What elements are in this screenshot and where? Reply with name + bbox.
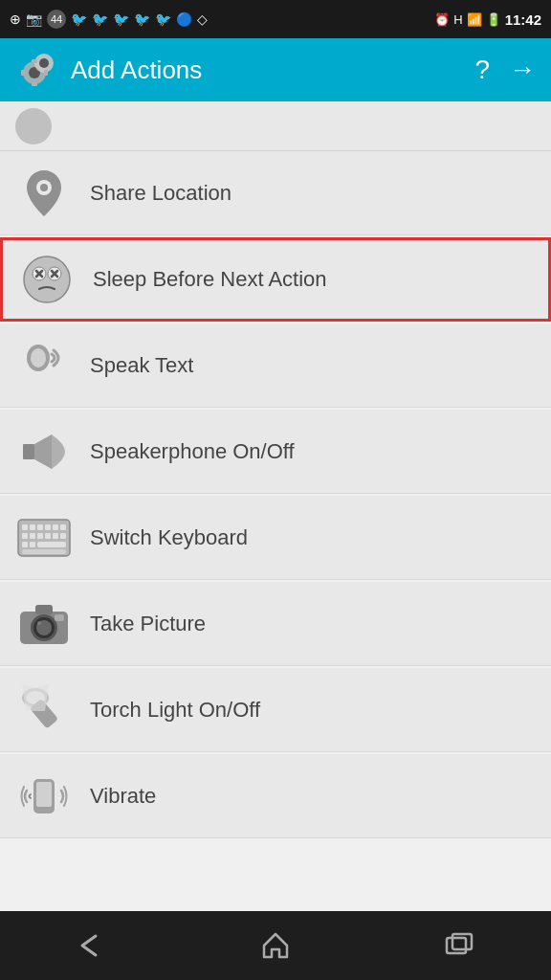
list-item[interactable]: Take Picture xyxy=(0,582,551,666)
svg-rect-6 xyxy=(21,70,25,76)
svg-rect-28 xyxy=(30,533,35,539)
list-item[interactable]: Vibrate xyxy=(0,754,551,838)
svg-point-3 xyxy=(39,58,49,68)
svg-rect-19 xyxy=(23,444,34,459)
sleep-before-next-action-label: Sleep Before Next Action xyxy=(93,267,327,292)
twitter-icon-5: 🐦 xyxy=(155,11,171,27)
list-item[interactable]: Switch Keyboard xyxy=(0,496,551,580)
svg-point-41 xyxy=(37,621,41,625)
twitter-icon-3: 🐦 xyxy=(113,11,129,27)
partial-circle-icon xyxy=(15,108,52,145)
svg-point-10 xyxy=(24,256,70,302)
speak-text-label: Speak Text xyxy=(90,353,193,378)
bluetooth-icon: 🔵 xyxy=(176,11,192,27)
speakerphone-label: Speakerphone On/Off xyxy=(90,439,295,464)
back-button[interactable] xyxy=(54,922,130,969)
app-title: Add Actions xyxy=(71,56,474,85)
share-location-icon xyxy=(15,165,73,222)
svg-rect-26 xyxy=(60,524,66,530)
app-logo xyxy=(15,48,59,92)
list-item[interactable]: Torch Light On/Off xyxy=(0,668,551,752)
svg-rect-31 xyxy=(53,533,58,539)
speakerphone-icon xyxy=(15,423,73,480)
list-item[interactable]: Speak Text xyxy=(0,323,551,408)
svg-rect-29 xyxy=(37,533,43,539)
signal-bars-icon: 📶 xyxy=(467,12,482,27)
recents-button[interactable] xyxy=(421,922,497,969)
take-picture-label: Take Picture xyxy=(90,612,206,636)
svg-rect-27 xyxy=(22,533,28,539)
share-location-label: Share Location xyxy=(90,181,231,206)
vibrate-icon xyxy=(15,768,73,825)
speak-text-icon xyxy=(15,337,73,394)
sleep-icon xyxy=(18,251,76,308)
navigation-bar xyxy=(0,911,551,980)
svg-rect-33 xyxy=(22,542,28,547)
actions-list: Share Location Sleep Before Next Action xyxy=(0,151,551,911)
svg-rect-23 xyxy=(37,524,43,530)
svg-rect-36 xyxy=(22,549,66,554)
signal-h-icon: H xyxy=(453,12,462,27)
torch-light-label: Torch Light On/Off xyxy=(90,698,260,723)
svg-rect-50 xyxy=(452,934,472,949)
list-item[interactable]: Speakerphone On/Off xyxy=(0,410,551,494)
svg-point-18 xyxy=(31,348,46,368)
status-left-icons: ⊕ 📷 44 🐦 🐦 🐦 🐦 🐦 🔵 ◇ xyxy=(10,10,208,29)
svg-point-9 xyxy=(40,184,48,191)
nfc-icon: ◇ xyxy=(197,11,208,27)
svg-rect-35 xyxy=(37,542,66,547)
app-bar-actions: ? → xyxy=(474,55,536,85)
svg-rect-22 xyxy=(30,524,35,530)
plus-icon: ⊕ xyxy=(10,11,21,27)
svg-rect-42 xyxy=(35,605,53,614)
svg-rect-4 xyxy=(32,59,37,63)
top-partial-item xyxy=(0,101,551,151)
svg-rect-49 xyxy=(447,938,466,953)
clock-icon: ⏰ xyxy=(434,12,450,27)
svg-rect-24 xyxy=(45,524,51,530)
svg-rect-32 xyxy=(60,533,66,539)
svg-rect-21 xyxy=(22,524,28,530)
twitter-icon-4: 🐦 xyxy=(134,11,150,27)
status-right-icons: ⏰ H 📶 🔋 11:42 xyxy=(434,11,541,28)
svg-rect-48 xyxy=(36,782,52,807)
app-bar: Add Actions ? → xyxy=(0,38,551,101)
twitter-icon-1: 🐦 xyxy=(71,11,87,27)
badge-44: 44 xyxy=(47,10,66,29)
switch-keyboard-icon xyxy=(15,509,73,567)
battery-icon: 🔋 xyxy=(486,12,501,27)
switch-keyboard-label: Switch Keyboard xyxy=(90,525,248,550)
list-item[interactable]: Sleep Before Next Action xyxy=(0,237,551,322)
next-button[interactable]: → xyxy=(509,55,536,85)
take-picture-icon xyxy=(15,595,73,653)
camera-icon: 📷 xyxy=(26,11,42,27)
help-button[interactable]: ? xyxy=(474,55,490,85)
svg-rect-30 xyxy=(45,533,51,539)
list-item[interactable]: Share Location xyxy=(0,151,551,235)
svg-rect-7 xyxy=(44,70,48,76)
twitter-icon-2: 🐦 xyxy=(92,11,108,27)
status-bar: ⊕ 📷 44 🐦 🐦 🐦 🐦 🐦 🔵 ◇ ⏰ H 📶 🔋 11:42 xyxy=(0,0,551,38)
home-button[interactable] xyxy=(237,922,314,969)
svg-rect-34 xyxy=(30,542,35,547)
vibrate-label: Vibrate xyxy=(90,784,156,809)
torch-light-icon xyxy=(15,681,73,739)
svg-rect-43 xyxy=(55,614,64,621)
svg-rect-5 xyxy=(32,82,37,86)
svg-rect-25 xyxy=(53,524,58,530)
status-time: 11:42 xyxy=(505,11,541,28)
